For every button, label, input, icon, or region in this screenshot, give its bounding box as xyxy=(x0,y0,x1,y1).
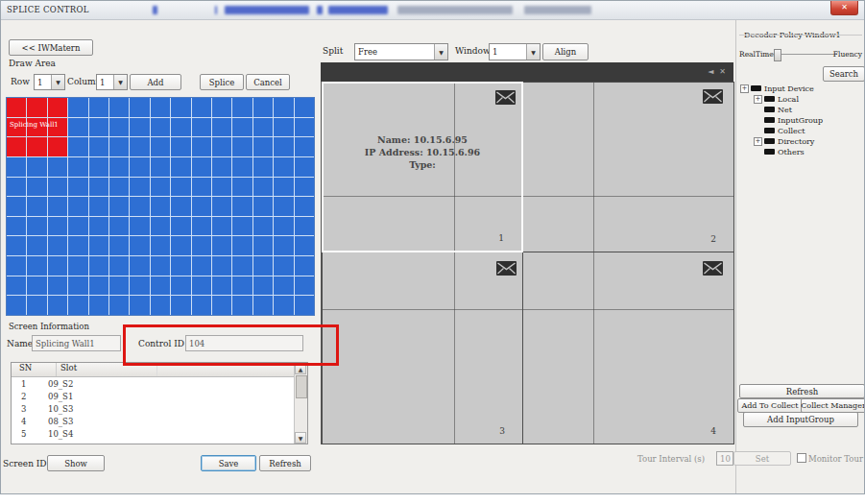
grid-cell[interactable] xyxy=(68,118,87,137)
grid-cell[interactable] xyxy=(68,217,87,236)
grid-cell[interactable] xyxy=(274,197,293,216)
tree-item-input-device[interactable]: +Input Device xyxy=(738,84,863,93)
grid-cell[interactable] xyxy=(171,157,190,177)
grid-cell[interactable] xyxy=(192,197,211,216)
grid-cell[interactable] xyxy=(253,276,273,296)
chevron-down-icon[interactable]: ▼ xyxy=(526,44,540,60)
grid-cell[interactable] xyxy=(253,157,273,177)
control-id-field[interactable]: 104 xyxy=(185,335,303,351)
grid-cell[interactable] xyxy=(109,98,129,117)
grid-cell[interactable] xyxy=(151,178,170,197)
grid-cell[interactable] xyxy=(48,256,67,276)
grid-cell[interactable] xyxy=(109,157,129,177)
grid-cell[interactable] xyxy=(7,178,26,197)
grid-cell[interactable] xyxy=(232,236,252,255)
grid-cell[interactable] xyxy=(274,157,293,177)
tree-item-inputgroup[interactable]: InputGroup xyxy=(738,115,863,125)
grid-cell[interactable] xyxy=(7,217,26,236)
window-select[interactable]: 1 ▼ xyxy=(489,43,541,60)
grid-cell[interactable] xyxy=(130,178,149,197)
grid-cell[interactable] xyxy=(253,178,273,197)
grid-cell[interactable] xyxy=(232,98,252,117)
show-button[interactable]: Show xyxy=(47,455,105,471)
grid-cell[interactable] xyxy=(274,256,293,276)
grid-cell[interactable] xyxy=(89,256,108,276)
grid-cell[interactable] xyxy=(130,236,149,255)
grid-cell[interactable] xyxy=(295,296,314,315)
grid-cell[interactable] xyxy=(171,98,190,117)
grid-cell[interactable] xyxy=(68,157,87,177)
grid-cell[interactable] xyxy=(171,276,190,296)
grid-cell[interactable] xyxy=(295,217,314,236)
grid-cell[interactable] xyxy=(7,137,26,156)
grid-cell[interactable] xyxy=(68,137,87,156)
grid-cell[interactable] xyxy=(109,178,129,197)
grid-cell[interactable] xyxy=(212,256,231,276)
add-to-collect-button[interactable]: Add To Collect xyxy=(737,398,803,413)
grid-cell[interactable] xyxy=(130,276,149,296)
grid-cell[interactable] xyxy=(274,137,293,156)
grid-cell[interactable] xyxy=(89,296,108,315)
grid-cell[interactable] xyxy=(253,236,273,255)
grid-cell[interactable] xyxy=(212,197,231,216)
grid-cell[interactable] xyxy=(130,256,149,276)
grid-cell[interactable] xyxy=(232,217,252,236)
grid-cell[interactable] xyxy=(212,137,231,156)
grid-cell[interactable] xyxy=(68,296,87,315)
grid-cell[interactable] xyxy=(68,98,87,117)
grid-cell[interactable] xyxy=(192,236,211,255)
grid-cell[interactable] xyxy=(212,236,231,255)
grid-cell[interactable] xyxy=(151,256,170,276)
grid-cell[interactable] xyxy=(171,137,190,156)
grid-cell[interactable] xyxy=(274,296,293,315)
grid-cell[interactable] xyxy=(253,118,273,137)
grid-cell[interactable] xyxy=(253,296,273,315)
decode-window-1[interactable]: Name: 10.15.6.95 IP Address: 10.15.6.96 … xyxy=(322,82,523,252)
grid-cell[interactable] xyxy=(130,296,149,315)
table-row[interactable]: 109_S2 xyxy=(12,377,307,390)
grid-cell[interactable] xyxy=(27,197,46,216)
grid-cell[interactable] xyxy=(48,236,67,255)
monitor-tour-checkbox[interactable] xyxy=(797,453,806,463)
grid-cell[interactable] xyxy=(192,256,211,276)
grid-cell[interactable] xyxy=(48,197,67,216)
grid-cell[interactable] xyxy=(253,256,273,276)
grid-cell[interactable] xyxy=(253,137,273,156)
grid-cell[interactable] xyxy=(7,276,26,296)
expander-icon[interactable]: + xyxy=(754,137,762,146)
grid-cell[interactable] xyxy=(27,296,46,315)
slider-thumb[interactable] xyxy=(774,49,781,61)
tree-item-net[interactable]: Net xyxy=(738,105,863,114)
column-select[interactable]: 1 ▼ xyxy=(96,74,128,90)
grid-cell[interactable] xyxy=(232,157,252,177)
tree-item-collect[interactable]: Collect xyxy=(738,126,863,135)
grid-cell[interactable] xyxy=(212,98,231,117)
grid-cell[interactable] xyxy=(151,236,170,255)
scroll-up-icon[interactable]: ▲ xyxy=(295,363,306,374)
grid-cell[interactable] xyxy=(232,137,252,156)
grid-cell[interactable] xyxy=(109,276,129,296)
table-row[interactable]: 510_S4 xyxy=(12,427,307,440)
grid-cell[interactable] xyxy=(89,137,108,156)
grid-cell[interactable] xyxy=(48,276,67,296)
grid-cell[interactable] xyxy=(89,197,108,216)
grid-cell[interactable] xyxy=(68,236,87,255)
grid-cell[interactable] xyxy=(192,296,211,315)
grid-cell[interactable] xyxy=(295,276,314,296)
grid-cell[interactable] xyxy=(109,137,129,156)
grid-cell[interactable] xyxy=(295,118,314,137)
grid-cell[interactable] xyxy=(27,98,46,117)
grid-cell[interactable] xyxy=(274,236,293,255)
set-button[interactable]: Set xyxy=(733,451,791,466)
grid-cell[interactable] xyxy=(68,178,87,197)
grid-cell[interactable] xyxy=(151,98,170,117)
grid-cell[interactable] xyxy=(232,197,252,216)
canvas-close-icon[interactable]: ✕ xyxy=(719,68,726,76)
grid-cell[interactable] xyxy=(7,296,26,315)
grid-cell[interactable] xyxy=(253,98,273,117)
grid-cell[interactable] xyxy=(27,256,46,276)
grid-cell[interactable] xyxy=(192,118,211,137)
grid-cell[interactable] xyxy=(192,217,211,236)
grid-cell[interactable] xyxy=(130,217,149,236)
slot-table[interactable]: SN Slot 109_S2209_S1310_S3408_S3510_S4 ▲… xyxy=(11,362,308,444)
